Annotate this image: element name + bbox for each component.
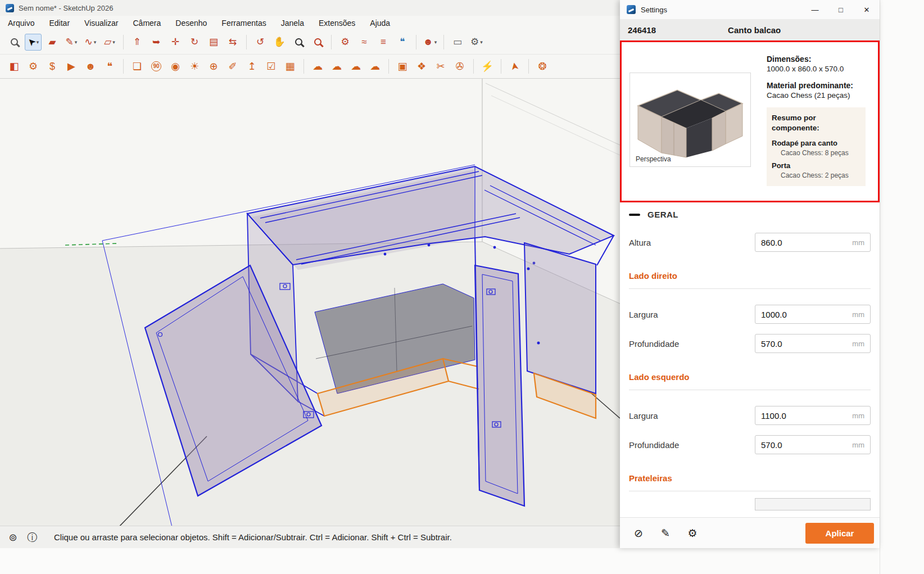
profundidade-esquerdo-input[interactable]: 570.0 mm bbox=[755, 435, 871, 454]
dimensions-value: 1000.0 x 860.0 x 570.0 bbox=[767, 65, 866, 73]
soften-edges-tool[interactable]: ≈ bbox=[356, 34, 373, 51]
largura-direito-input[interactable]: 1000.0 mm bbox=[755, 305, 871, 324]
toolbar-separator bbox=[473, 59, 474, 74]
field-value: 860.0 bbox=[761, 238, 852, 247]
eraser-tool[interactable]: ▰ bbox=[44, 34, 61, 51]
summary-title: Resumo por componente: bbox=[772, 113, 860, 133]
zoom-extents-tool[interactable] bbox=[309, 34, 326, 51]
calendar-edit[interactable]: ▦ bbox=[282, 58, 298, 75]
flip-tool[interactable]: ⇆ bbox=[224, 34, 241, 51]
layout-windows-icon: ❖ bbox=[417, 61, 426, 71]
cloud-id[interactable]: ☁ bbox=[347, 58, 364, 75]
follow-me-tool[interactable]: ➥ bbox=[148, 34, 165, 51]
maximize-button[interactable]: □ bbox=[828, 0, 854, 19]
altura-input[interactable]: 860.0 mm bbox=[755, 233, 871, 252]
toolbar-separator bbox=[528, 59, 529, 74]
move-tool[interactable]: ✛ bbox=[167, 34, 184, 51]
cloud-share[interactable]: ☁ bbox=[366, 58, 383, 75]
menu-item-visualizar[interactable]: Visualizar bbox=[84, 19, 118, 28]
cloud-upload[interactable]: ☁ bbox=[309, 58, 326, 75]
dropdown-caret-icon[interactable]: ▾ bbox=[434, 39, 437, 45]
checklist-clipboard[interactable]: ☑ bbox=[262, 58, 279, 75]
report-dollar[interactable]: $ bbox=[44, 58, 61, 75]
target-crosshair[interactable]: ⊕ bbox=[205, 58, 222, 75]
menu-item-arquivo[interactable]: Arquivo bbox=[8, 19, 34, 28]
team-users[interactable]: ☻ bbox=[82, 58, 99, 75]
eye-rays[interactable]: ☀ bbox=[186, 58, 203, 75]
apply-button[interactable]: Aplicar bbox=[805, 523, 874, 544]
flashlight[interactable]: ⚡ bbox=[479, 58, 496, 75]
play-tutorial[interactable]: ▶ bbox=[63, 58, 80, 75]
zoom-window-tool[interactable] bbox=[6, 34, 22, 51]
menu-item-extensoes[interactable]: Extensões bbox=[319, 19, 355, 28]
zoom-tool[interactable] bbox=[290, 34, 307, 51]
component-summary: Resumo por componente: Rodapé para canto… bbox=[767, 107, 866, 186]
app-settings-gear[interactable]: ⚙▾ bbox=[468, 34, 485, 51]
push-pull-tool[interactable]: ⇑ bbox=[129, 34, 146, 51]
settings-action-icon[interactable]: ⚙ bbox=[684, 525, 701, 541]
field-label: Largura bbox=[629, 310, 658, 319]
settings-form: GERAL Altura 860.0 mm Lado direito Largu… bbox=[620, 210, 880, 510]
zoom-tool-icon bbox=[295, 38, 302, 46]
minimize-button[interactable]: — bbox=[802, 0, 828, 19]
credits-info-icon[interactable]: ⓘ bbox=[25, 530, 39, 545]
cut-tools[interactable]: ✂ bbox=[432, 58, 449, 75]
cursor-star[interactable]: ➤ bbox=[506, 58, 523, 75]
toolbar-separator bbox=[304, 59, 304, 74]
export-page-icon: ↥ bbox=[247, 61, 256, 71]
dropdown-caret-icon[interactable]: ▾ bbox=[112, 39, 115, 45]
select-tool-icon: ➤ bbox=[25, 35, 38, 48]
component-options-gear[interactable]: ⚙ bbox=[25, 58, 42, 75]
arc-tool[interactable]: ∿▾ bbox=[82, 34, 99, 51]
geolocation-status-icon[interactable]: ⊚ bbox=[6, 530, 20, 545]
eye-edit[interactable]: ◉ bbox=[167, 58, 184, 75]
component-cube-icon: ◧ bbox=[9, 61, 19, 71]
disable-action-icon[interactable]: ⊘ bbox=[630, 525, 647, 541]
orbit-tool[interactable]: ↺ bbox=[252, 34, 269, 51]
dropdown-caret-icon[interactable]: ▾ bbox=[75, 39, 78, 45]
export-page[interactable]: ↥ bbox=[243, 58, 260, 75]
section-plane-tool[interactable]: ▤ bbox=[205, 34, 222, 51]
layout-windows[interactable]: ❖ bbox=[413, 58, 430, 75]
edit-action-icon[interactable]: ✎ bbox=[657, 525, 674, 541]
close-button[interactable]: ✕ bbox=[854, 0, 880, 19]
dropdown-caret-icon[interactable]: ▾ bbox=[480, 39, 483, 45]
largura-esquerdo-input[interactable]: 1100.0 mm bbox=[755, 406, 871, 425]
collapse-dash-icon[interactable] bbox=[629, 214, 640, 216]
select-region[interactable]: ❏ bbox=[129, 58, 146, 75]
color-palette[interactable]: ❂ bbox=[534, 58, 551, 75]
menu-item-ajuda[interactable]: Ajuda bbox=[370, 19, 390, 28]
video-camera[interactable]: ✇ bbox=[451, 58, 468, 75]
field-value: 1100.0 bbox=[761, 411, 852, 421]
chat-panel[interactable]: ❝ bbox=[394, 34, 411, 51]
clipped-input[interactable] bbox=[755, 498, 871, 510]
dropdown-caret-icon[interactable]: ▾ bbox=[94, 39, 97, 45]
rotate-tool[interactable]: ↻ bbox=[186, 34, 203, 51]
menu-item-janela[interactable]: Janela bbox=[281, 19, 304, 28]
open-folder[interactable]: ▭ bbox=[449, 34, 466, 51]
menu-item-desenho[interactable]: Desenho bbox=[175, 19, 207, 28]
component-cube[interactable]: ◧ bbox=[6, 58, 22, 75]
pan-tool[interactable]: ✋ bbox=[271, 34, 288, 51]
tags-tool[interactable]: ≡ bbox=[375, 34, 392, 51]
account-menu[interactable]: ☻▾ bbox=[422, 34, 438, 51]
profundidade-direito-input[interactable]: 570.0 mm bbox=[755, 334, 871, 353]
settings-titlebar[interactable]: Settings — □ ✕ bbox=[620, 0, 880, 19]
angle-90[interactable]: 90 bbox=[148, 58, 165, 75]
model-info-tool[interactable]: ⚙ bbox=[337, 34, 354, 51]
menu-item-ferramentas[interactable]: Ferramentas bbox=[221, 19, 266, 28]
cloud-sync[interactable]: ☁ bbox=[328, 58, 345, 75]
probe-pencil[interactable]: ✐ bbox=[224, 58, 241, 75]
status-hint: Clique ou arraste para selecionar objeto… bbox=[54, 532, 452, 542]
flashlight-icon: ⚡ bbox=[481, 61, 493, 71]
image-export-icon: ▣ bbox=[397, 61, 407, 71]
menu-item-camera[interactable]: Câmera bbox=[133, 19, 161, 28]
menu-item-editar[interactable]: Editar bbox=[49, 19, 70, 28]
field-profundidade-esquerdo: Profundidade 570.0 mm bbox=[629, 435, 871, 454]
comments-bubbles[interactable]: ❝ bbox=[101, 58, 118, 75]
select-tool[interactable]: ➤▾ bbox=[25, 34, 42, 51]
section-geral[interactable]: GERAL bbox=[629, 210, 871, 219]
image-export[interactable]: ▣ bbox=[394, 58, 411, 75]
shapes-tool[interactable]: ▱▾ bbox=[101, 34, 118, 51]
pencil-tool[interactable]: ✎▾ bbox=[63, 34, 80, 51]
